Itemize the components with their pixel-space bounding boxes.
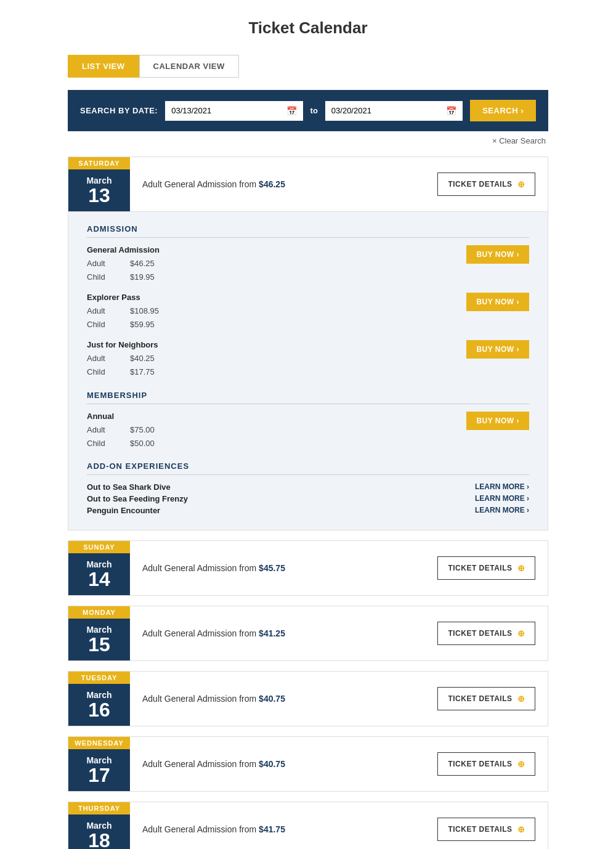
day-label-col-17: WEDNESDAY March 17	[68, 737, 130, 791]
ticket-details-arrow-16: ⊕	[517, 694, 525, 704]
ticket-type-neighbors: Just for Neighbors Adult$40.25 Child$17.…	[87, 340, 529, 379]
day-date-box-13: March 13	[68, 169, 130, 211]
ticket-type-general-admission: General Admission Adult$46.25 Child$19.9…	[87, 245, 529, 284]
ticket-details-label-16: TICKET DETAILS	[448, 694, 512, 703]
day-date-box-16: March 16	[68, 684, 130, 726]
day-content-14: Adult General Admission from $45.75 TICK…	[130, 541, 548, 595]
day-of-week-13: SATURDAY	[68, 157, 130, 169]
day-num-14: 14	[88, 569, 110, 589]
search-bar: SEARCH BY DATE: 📅 to 📅 SEARCH ›	[68, 90, 548, 131]
clear-search[interactable]: × Clear Search	[68, 136, 548, 145]
ticket-details-label-17: TICKET DETAILS	[448, 760, 512, 768]
day-of-week-17: WEDNESDAY	[68, 737, 130, 749]
admission-text-16: Adult General Admission from $40.75	[142, 694, 285, 704]
ticket-type-name-general: General Admission	[87, 245, 160, 254]
ticket-details-arrow-14: ⊕	[517, 563, 525, 573]
buy-now-general[interactable]: BUY NOW ›	[466, 245, 529, 264]
ticket-details-arrow-18: ⊕	[517, 824, 525, 834]
learn-more-penguin[interactable]: LEARN MORE ›	[475, 506, 529, 514]
to-label: to	[310, 106, 318, 115]
ticket-details-label-14: TICKET DETAILS	[448, 564, 512, 572]
day-of-week-15: MONDAY	[68, 606, 130, 619]
admission-text-17: Adult General Admission from $40.75	[142, 759, 285, 769]
day-card-march13: SATURDAY March 13 Adult General Admissio…	[68, 156, 548, 530]
tab-list-view[interactable]: LIST VIEW	[68, 55, 139, 78]
addon-name-penguin: Penguin Encounter	[87, 506, 160, 515]
addon-shark-dive: Out to Sea Shark Dive LEARN MORE ›	[87, 482, 529, 492]
day-label-col-14: SUNDAY March 14	[68, 541, 130, 595]
admission-text-13: Adult General Admission from $46.25	[142, 179, 285, 189]
day-label-col-15: MONDAY March 15	[68, 606, 130, 660]
section-membership-header: MEMBERSHIP	[87, 391, 529, 404]
price-rows-annual: Adult$75.00 Child$50.00	[87, 423, 155, 450]
day-date-box-17: March 17	[68, 749, 130, 791]
day-card-march18: THURSDAY March 18 Adult General Admissio…	[68, 802, 548, 849]
ticket-details-btn-14[interactable]: TICKET DETAILS ⊕	[437, 556, 535, 580]
day-date-box-14: March 14	[68, 553, 130, 595]
ticket-details-btn-13[interactable]: TICKET DETAILS ⊕	[437, 173, 535, 196]
day-label-col-16: TUESDAY March 16	[68, 672, 130, 726]
addon-feeding-frenzy: Out to Sea Feeding Frenzy LEARN MORE ›	[87, 494, 529, 503]
section-addons-header: ADD-ON EXPERIENCES	[87, 461, 529, 475]
learn-more-feeding[interactable]: LEARN MORE ›	[475, 494, 529, 503]
day-num-17: 17	[88, 765, 110, 785]
buy-now-explorer[interactable]: BUY NOW ›	[466, 293, 529, 311]
ticket-details-btn-16[interactable]: TICKET DETAILS ⊕	[437, 687, 535, 710]
admission-price-15: $41.25	[259, 628, 285, 638]
day-of-week-16: TUESDAY	[68, 672, 130, 684]
learn-more-shark[interactable]: LEARN MORE ›	[475, 482, 529, 491]
to-date-input[interactable]	[331, 106, 441, 115]
day-card-march16: TUESDAY March 16 Adult General Admission…	[68, 671, 548, 726]
ticket-prices-neighbors: Just for Neighbors Adult$40.25 Child$17.…	[87, 340, 529, 379]
from-date-input[interactable]	[171, 106, 281, 115]
day-num-15: 15	[88, 635, 110, 654]
from-cal-icon: 📅	[286, 106, 297, 116]
admission-price-14: $45.75	[259, 563, 285, 573]
ticket-details-arrow-13: ⊕	[517, 179, 525, 189]
day-of-week-14: SUNDAY	[68, 541, 130, 553]
tab-calendar-view[interactable]: CALENDAR VIEW	[139, 55, 239, 78]
price-rows-general: Adult$46.25 Child$19.95	[87, 257, 160, 284]
ticket-details-arrow-17: ⊕	[517, 759, 525, 769]
ticket-details-label-18: TICKET DETAILS	[448, 825, 512, 834]
day-num-16: 16	[88, 700, 110, 720]
expanded-details-13: ADMISSION General Admission Adult$46.25 …	[68, 211, 548, 530]
ticket-prices-explorer: Explorer Pass Adult$108.95 Child$59.95 B…	[87, 293, 529, 331]
day-card-march17: WEDNESDAY March 17 Adult General Admissi…	[68, 736, 548, 792]
to-cal-icon: 📅	[446, 106, 456, 116]
to-date-wrap: 📅	[325, 101, 463, 121]
view-tabs: LIST VIEW CALENDAR VIEW	[68, 55, 548, 78]
day-card-march14: SUNDAY March 14 Adult General Admission …	[68, 540, 548, 596]
admission-price-13: $46.25	[259, 179, 285, 189]
day-num-18: 18	[88, 831, 110, 849]
day-card-march15: MONDAY March 15 Adult General Admission …	[68, 606, 548, 661]
day-date-box-15: March 15	[68, 619, 130, 660]
admission-price-18: $41.75	[259, 824, 285, 834]
ticket-prices-annual: Annual Adult$75.00 Child$50.00 BUY NOW ›	[87, 412, 529, 450]
addon-name-shark: Out to Sea Shark Dive	[87, 482, 171, 492]
day-content-17: Adult General Admission from $40.75 TICK…	[130, 737, 548, 791]
ticket-details-label-15: TICKET DETAILS	[448, 629, 512, 638]
day-label-col-18: THURSDAY March 18	[68, 802, 130, 849]
page-title: Ticket Calendar	[68, 18, 548, 38]
price-rows-explorer: Adult$108.95 Child$59.95	[87, 304, 159, 331]
search-button[interactable]: SEARCH ›	[470, 100, 536, 121]
day-content-13: Adult General Admission from $46.25 TICK…	[130, 157, 548, 211]
ticket-details-btn-18[interactable]: TICKET DETAILS ⊕	[437, 818, 535, 841]
price-rows-neighbors: Adult$40.25 Child$17.75	[87, 352, 158, 379]
day-content-15: Adult General Admission from $41.25 TICK…	[130, 606, 548, 660]
ticket-type-name-neighbors: Just for Neighbors	[87, 340, 158, 349]
ticket-details-label-13: TICKET DETAILS	[448, 180, 512, 189]
ticket-details-btn-17[interactable]: TICKET DETAILS ⊕	[437, 752, 535, 776]
buy-now-neighbors[interactable]: BUY NOW ›	[466, 340, 529, 359]
day-cards-list: SATURDAY March 13 Adult General Admissio…	[68, 156, 548, 849]
buy-now-annual[interactable]: BUY NOW ›	[466, 412, 529, 430]
admission-text-18: Adult General Admission from $41.75	[142, 824, 285, 834]
admission-text-14: Adult General Admission from $45.75	[142, 563, 285, 573]
ticket-type-name-explorer: Explorer Pass	[87, 293, 159, 302]
day-content-16: Adult General Admission from $40.75 TICK…	[130, 672, 548, 726]
from-date-wrap: 📅	[165, 101, 302, 121]
day-label-col-13: SATURDAY March 13	[68, 157, 130, 211]
ticket-details-btn-15[interactable]: TICKET DETAILS ⊕	[437, 622, 535, 645]
addon-name-feeding: Out to Sea Feeding Frenzy	[87, 494, 188, 503]
